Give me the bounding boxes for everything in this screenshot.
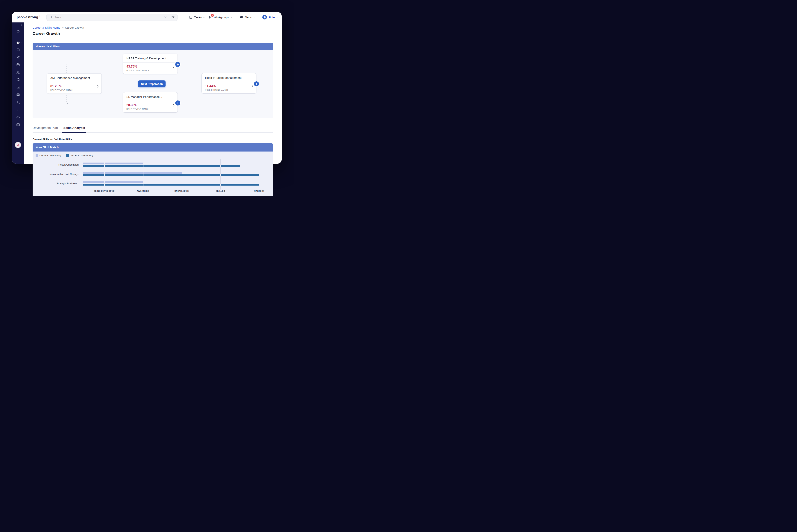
sidebar-item-journeys[interactable]	[12, 54, 24, 61]
search-input[interactable]	[54, 16, 162, 19]
skill-match-title: Your Skill Match	[36, 146, 59, 149]
id-card-icon	[16, 123, 20, 127]
add-role-right-button[interactable]	[254, 81, 259, 87]
plus-icon	[177, 102, 179, 104]
sidebar-item-home[interactable]	[12, 28, 24, 35]
career-path-diagram: AM Performance Management 81.25 % ROLE F…	[33, 50, 273, 118]
logo-text-people: people	[17, 15, 28, 19]
sidebar-item-team[interactable]	[12, 69, 24, 76]
jinie-avatar-icon	[262, 15, 267, 20]
workgroups-badge: 2	[211, 14, 214, 17]
sidebar-item-more[interactable]	[12, 128, 24, 136]
role-fitment-label: ROLE FITMENT MATCH	[50, 89, 98, 91]
tasks-menu[interactable]: Tasks	[189, 16, 205, 19]
clear-search-icon[interactable]	[164, 16, 167, 19]
add-role-bottom-button[interactable]	[175, 100, 180, 106]
sidebar-item-learning[interactable]	[12, 46, 24, 54]
node-title: AM Performance Management	[47, 74, 102, 82]
sidebar-item-user-exit[interactable]	[12, 98, 24, 106]
alerts-label: Alerts	[244, 16, 252, 19]
user-menu[interactable]: Jinie	[262, 15, 278, 20]
row-label: Transformation and Chang..	[33, 173, 79, 175]
legend-label-job-role: Job Role Proficiency	[70, 154, 93, 157]
target-icon	[16, 40, 20, 44]
search-icon	[49, 16, 53, 19]
sidebar-item-reports[interactable]	[12, 83, 24, 91]
ellipsis-icon	[16, 130, 20, 134]
breadcrumb-link-home[interactable]: Career & Skills Home	[33, 26, 60, 30]
add-role-top-button[interactable]	[175, 62, 180, 67]
voice-assistant-button[interactable]	[15, 142, 21, 148]
node-title: HRBP Training & Development	[123, 54, 178, 62]
role-fitment-percent: 43.75%	[126, 65, 174, 69]
legend-label-current: Current Proficiency	[39, 154, 61, 157]
bar-job-role	[83, 174, 259, 176]
users-icon	[16, 70, 20, 74]
next-preparation-button[interactable]: Next Preparation	[138, 80, 165, 87]
role-fitment-percent: 28.33%	[126, 103, 174, 107]
row-label: Strategic Business..	[33, 182, 79, 185]
tab-skills-analysis[interactable]: Skills Analysis	[64, 126, 85, 132]
plus-icon	[255, 83, 258, 85]
microphone-icon	[17, 144, 20, 147]
user-label: Jinie	[268, 16, 275, 19]
sidebar-item-career-goals[interactable]	[12, 39, 24, 46]
hierarchical-view-title: Hierarchical View	[36, 45, 59, 48]
sidebar-item-id-card[interactable]	[12, 121, 24, 128]
chevron-right-icon[interactable]	[251, 85, 254, 88]
chevron-right-icon[interactable]	[172, 104, 175, 107]
tab-label: Skills Analysis	[64, 126, 85, 130]
hierarchical-view-header: Hierarchical View	[33, 43, 273, 50]
sidebar-divider	[15, 37, 21, 37]
headset-icon	[16, 115, 20, 119]
role-fitment-percent: 81.25 %	[50, 84, 98, 88]
peoplestrong-logo: peoplestrong	[17, 15, 40, 19]
sidebar-item-schedule[interactable]	[12, 91, 24, 98]
skill-match-panel: Your Skill Match Current Proficiency Job…	[33, 143, 273, 196]
header-divider	[236, 15, 236, 19]
user-remove-icon	[16, 100, 20, 104]
career-node-option-bottom[interactable]: Sr. Manager Performance... 28.33% ROLE F…	[123, 92, 178, 113]
career-node-current-role[interactable]: AM Performance Management 81.25 % ROLE F…	[47, 73, 102, 94]
workgroups-label: Workgroups	[214, 16, 229, 19]
chart-axis-labels: BEING DEVELOPEDAWARNESSKNOWLEDGESKILLEDM…	[83, 190, 273, 193]
chevron-up-icon	[203, 16, 205, 18]
role-fitment-label: ROLE FITMENT MATCH	[205, 89, 253, 91]
bar-current	[83, 172, 182, 174]
chevron-down-icon	[276, 16, 278, 18]
axis-label: SKILLED	[216, 190, 225, 192]
tab-development-plan[interactable]: Development Plan	[33, 126, 58, 132]
career-node-option-top[interactable]: HRBP Training & Development 43.75% ROLE …	[123, 54, 178, 74]
sidebar-item-documents[interactable]	[12, 76, 24, 83]
skill-match-chart: Result OrientationTransformation and Cha…	[33, 160, 273, 193]
chart-row: Transformation and Chang..	[33, 169, 273, 179]
chevron-right-icon[interactable]	[96, 85, 99, 88]
bar-chart-icon	[16, 108, 20, 112]
tasks-icon	[189, 16, 193, 19]
node-title: Head of Talent Management	[202, 73, 256, 82]
filter-sliders-icon[interactable]	[171, 16, 175, 19]
chart-row: Result Orientation	[33, 160, 273, 169]
search-bar[interactable]	[47, 14, 178, 21]
chart-row: Strategic Business..	[33, 179, 273, 188]
paper-plane-icon	[16, 55, 20, 59]
career-node-next-level[interactable]: Head of Talent Management 11.43% ROLE FI…	[201, 73, 256, 94]
workgroups-menu[interactable]: 2 Workgroups	[209, 15, 233, 19]
axis-label: KNOWLEDGE	[175, 190, 189, 192]
header-actions: Tasks 2 Workgroups Alerts Jinie	[189, 15, 278, 20]
skill-match-header: Your Skill Match	[33, 143, 273, 152]
sidebar-expand-icon[interactable]	[20, 24, 23, 28]
sidebar-item-analytics[interactable]	[12, 106, 24, 113]
axis-label: MASTERY	[254, 190, 265, 192]
page-title: Career Growth	[33, 31, 60, 36]
legend-item-current: Current Proficiency	[36, 154, 61, 157]
home-icon	[16, 30, 20, 34]
chevron-right-icon[interactable]	[172, 65, 175, 68]
axis-label: AWARNESS	[137, 190, 149, 192]
active-tab-underline	[62, 132, 86, 133]
alerts-menu[interactable]: Alerts	[239, 15, 255, 19]
sidebar-item-helpdesk[interactable]	[12, 113, 24, 121]
bar-current	[83, 163, 143, 165]
sidebar-item-calendar[interactable]	[12, 61, 24, 69]
book-icon	[16, 48, 20, 52]
